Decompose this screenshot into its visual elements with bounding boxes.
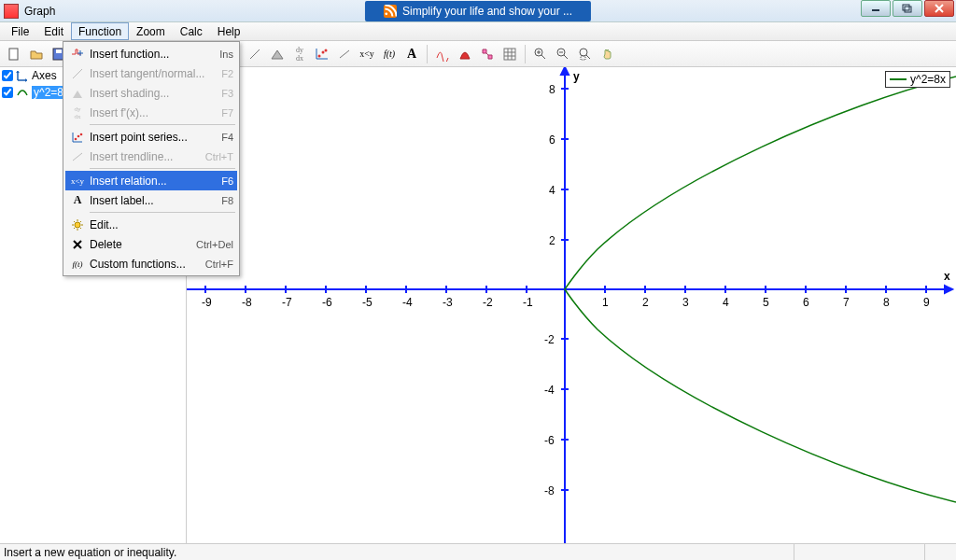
insert-shading-icon[interactable] bbox=[267, 44, 288, 64]
svg-point-80 bbox=[80, 133, 83, 135]
menu-insert-relation[interactable]: x<y Insert relation... F6 bbox=[65, 171, 237, 190]
svg-point-79 bbox=[77, 134, 80, 137]
curve-icon bbox=[15, 85, 30, 100]
svg-text:6: 6 bbox=[549, 133, 555, 147]
graph-area[interactable]: -9-8-7-6-5-4-3-2-1 123456789 8642 -2-4-6… bbox=[187, 67, 956, 543]
relation-icon: x<y bbox=[69, 176, 86, 186]
menu-zoom[interactable]: Zoom bbox=[129, 22, 173, 40]
menu-insert-points[interactable]: Insert point series... F4 bbox=[65, 127, 237, 147]
svg-line-86 bbox=[74, 221, 75, 222]
points-icon bbox=[69, 131, 86, 144]
menu-insert-shading: Insert shading... F3 bbox=[65, 83, 237, 103]
curve-checkbox[interactable] bbox=[2, 87, 13, 98]
svg-text:8: 8 bbox=[549, 83, 555, 96]
insert-label-icon[interactable]: A bbox=[401, 44, 422, 64]
menu-sep bbox=[90, 124, 235, 125]
menu-delete[interactable]: Delete Ctrl+Del bbox=[65, 234, 237, 254]
minimize-button[interactable] bbox=[861, 0, 891, 17]
app-icon bbox=[4, 4, 19, 19]
menu-custom-functions[interactable]: f(t) Custom functions... Ctrl+F bbox=[65, 254, 237, 273]
menu-insert-function[interactable]: Insert function... Ins bbox=[65, 44, 237, 63]
svg-text:-5: -5 bbox=[362, 296, 373, 309]
delete-icon bbox=[69, 238, 86, 251]
svg-rect-3 bbox=[9, 49, 18, 60]
svg-text:2: 2 bbox=[549, 234, 555, 247]
svg-text:-8: -8 bbox=[242, 296, 252, 309]
insert-tangent-icon[interactable] bbox=[245, 44, 265, 64]
svg-text:1: 1 bbox=[602, 296, 609, 309]
status-cell-2 bbox=[794, 544, 924, 560]
menu-insert-label[interactable]: A Insert label... F8 bbox=[65, 190, 237, 210]
custom-icon: f(t) bbox=[69, 259, 86, 269]
svg-point-16 bbox=[325, 49, 328, 51]
svg-line-87 bbox=[80, 228, 81, 229]
axes-checkbox[interactable] bbox=[2, 70, 13, 81]
insert-trendline-icon[interactable] bbox=[334, 44, 355, 64]
menu-insert-trendline: Insert trendline... Ctrl+T bbox=[65, 147, 237, 166]
zoom-window-icon[interactable] bbox=[575, 44, 596, 64]
svg-rect-0 bbox=[872, 9, 879, 11]
svg-point-81 bbox=[75, 222, 80, 228]
svg-point-14 bbox=[318, 54, 321, 57]
svg-text:9: 9 bbox=[923, 296, 930, 309]
banner[interactable]: Simplify your life and show your ... bbox=[365, 1, 591, 21]
graph-canvas: -9-8-7-6-5-4-3-2-1 123456789 8642 -2-4-6… bbox=[187, 67, 956, 543]
pan-icon[interactable] bbox=[598, 44, 618, 64]
menu-calc[interactable]: Calc bbox=[173, 22, 210, 40]
svg-text:-9: -9 bbox=[202, 296, 212, 309]
trace-icon[interactable] bbox=[432, 44, 453, 64]
toolbar-sep bbox=[427, 45, 428, 63]
svg-text:-6: -6 bbox=[322, 296, 332, 309]
insert-deriv-icon[interactable]: dydx bbox=[289, 44, 310, 64]
menu-function[interactable]: Function bbox=[71, 22, 129, 40]
window-controls bbox=[861, 0, 954, 17]
insert-ft-icon[interactable]: f(t) bbox=[379, 44, 400, 64]
menu-help[interactable]: Help bbox=[210, 22, 248, 40]
svg-text:-8: -8 bbox=[544, 484, 555, 497]
legend: y^2=8x bbox=[885, 71, 950, 88]
menu-sep bbox=[90, 212, 235, 213]
maximize-button[interactable] bbox=[893, 0, 922, 17]
insert-points-icon[interactable] bbox=[312, 44, 332, 64]
svg-text:-4: -4 bbox=[544, 384, 555, 397]
svg-text:6: 6 bbox=[803, 296, 809, 309]
table-icon[interactable] bbox=[499, 44, 520, 64]
menu-insert-tangent: Insert tangent/normal... F2 bbox=[65, 63, 237, 83]
deriv-icon: dydx bbox=[69, 105, 86, 120]
svg-text:-4: -4 bbox=[402, 296, 413, 309]
insert-relation-icon[interactable]: x<y bbox=[357, 44, 377, 64]
svg-text:-6: -6 bbox=[544, 434, 555, 447]
new-icon[interactable] bbox=[4, 44, 24, 64]
eval-icon[interactable] bbox=[477, 44, 498, 64]
fx-icon bbox=[69, 48, 86, 61]
menu-edit[interactable]: Edit bbox=[36, 22, 71, 40]
trend-icon bbox=[69, 150, 86, 163]
legend-swatch bbox=[890, 78, 907, 80]
svg-text:-2: -2 bbox=[483, 296, 493, 309]
zoom-out-icon[interactable] bbox=[553, 44, 573, 64]
svg-rect-2 bbox=[905, 7, 911, 12]
banner-text: Simplify your life and show your ... bbox=[402, 5, 572, 18]
svg-point-20 bbox=[580, 49, 587, 56]
status-bar: Insert a new equation or inequality. bbox=[0, 543, 956, 560]
axes-icon bbox=[15, 68, 30, 83]
status-cell-3 bbox=[924, 544, 952, 560]
menu-edit-item[interactable]: Edit... bbox=[65, 215, 237, 234]
function-menu-dropdown: Insert function... Ins Insert tangent/no… bbox=[63, 41, 240, 276]
shade-icon bbox=[69, 87, 86, 100]
menu-bar: File Edit Function Zoom Calc Help bbox=[0, 22, 956, 41]
area-icon[interactable] bbox=[455, 44, 475, 64]
svg-rect-1 bbox=[903, 5, 909, 10]
svg-rect-21 bbox=[581, 56, 585, 60]
svg-text:-3: -3 bbox=[443, 296, 453, 309]
window-title: Graph bbox=[24, 5, 55, 18]
zoom-in-icon[interactable] bbox=[530, 44, 551, 64]
menu-insert-derivative: dydx Insert f'(x)... F7 bbox=[65, 103, 237, 122]
label-icon: A bbox=[69, 193, 86, 207]
open-icon[interactable] bbox=[26, 44, 47, 64]
rss-icon bbox=[384, 5, 397, 18]
menu-file[interactable]: File bbox=[4, 22, 36, 40]
close-button[interactable] bbox=[924, 0, 954, 17]
svg-line-88 bbox=[74, 228, 75, 229]
svg-rect-17 bbox=[504, 49, 515, 60]
